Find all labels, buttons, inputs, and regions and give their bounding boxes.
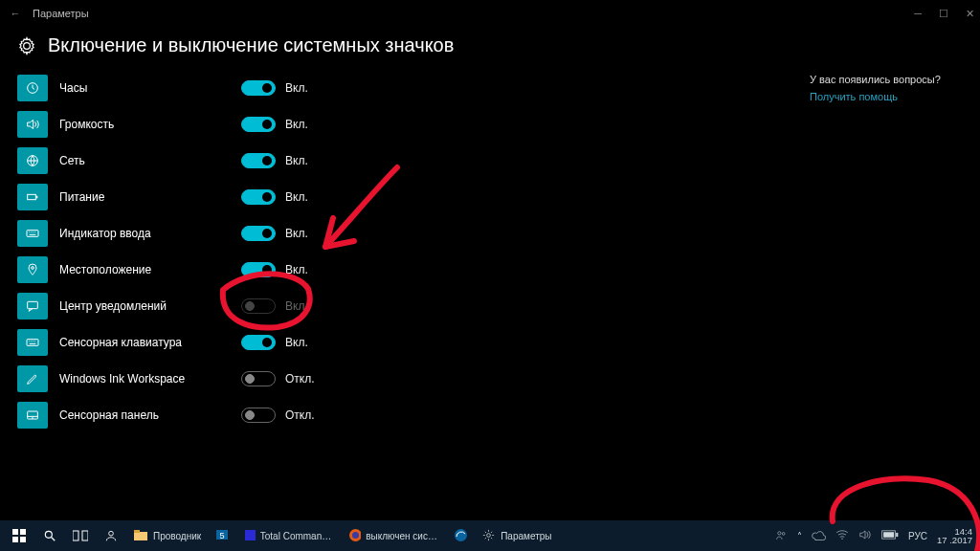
system-tray: ˄ РУС 14:4 17 .2017 xyxy=(775,527,976,545)
setting-row-power: ПитаниеВкл. xyxy=(17,179,810,215)
tray-battery-icon[interactable] xyxy=(881,530,899,541)
gear-icon xyxy=(17,36,36,55)
app-icon xyxy=(481,528,496,544)
toggle-touchkb[interactable] xyxy=(241,335,276,350)
tray-onedrive-icon[interactable] xyxy=(812,530,826,542)
svg-rect-20 xyxy=(134,532,147,540)
toggle-state-label: Вкл. xyxy=(285,227,308,240)
svg-point-19 xyxy=(109,531,114,536)
svg-point-26 xyxy=(352,532,359,539)
globe-icon xyxy=(17,147,48,174)
window-titlebar: ← Параметры ─ ☐ ✕ xyxy=(0,0,980,27)
people-button[interactable] xyxy=(96,520,126,551)
svg-rect-11 xyxy=(12,529,18,535)
toggle-location[interactable] xyxy=(241,262,276,277)
setting-label: Местоположение xyxy=(59,263,241,276)
app-icon xyxy=(133,528,148,543)
toggle-ink[interactable] xyxy=(241,371,276,386)
toggle-input[interactable] xyxy=(241,226,276,241)
pin-icon xyxy=(17,256,48,283)
taskbar-app-settings[interactable]: Параметры xyxy=(475,520,558,551)
setting-row-volume: ГромкостьВкл. xyxy=(17,106,810,143)
help-link[interactable]: Получить помощь xyxy=(810,91,963,102)
setting-label: Индикатор ввода xyxy=(59,227,241,240)
setting-row-clock: ЧасыВкл. xyxy=(17,70,810,106)
toggle-state-label: Откл. xyxy=(285,408,315,422)
app-icon: 5 xyxy=(214,528,230,543)
svg-rect-4 xyxy=(27,231,38,237)
page-title: Включение и выключение системных значков xyxy=(48,34,454,56)
svg-point-15 xyxy=(45,531,52,538)
toggle-volume[interactable] xyxy=(241,117,276,132)
svg-rect-13 xyxy=(12,537,18,542)
toggle-state-label: Откл. xyxy=(285,372,315,386)
maximize-button[interactable]: ☐ xyxy=(939,8,948,20)
setting-label: Сенсорная клавиатура xyxy=(59,336,241,349)
setting-label: Windows Ink Workspace xyxy=(59,372,241,386)
toggle-state-label: Вкл. xyxy=(285,299,308,313)
search-button[interactable] xyxy=(34,520,65,551)
toggle-state-label: Вкл. xyxy=(285,118,308,131)
toggle-power[interactable] xyxy=(241,189,276,205)
help-question: У вас появились вопросы? xyxy=(810,74,963,85)
setting-row-touchpad: Сенсорная панельОткл. xyxy=(17,397,810,433)
setting-label: Сеть xyxy=(59,154,241,167)
pen-icon xyxy=(17,365,48,392)
setting-label: Часы xyxy=(59,81,241,95)
back-button[interactable]: ← xyxy=(6,8,25,19)
taskbar-app-firefox[interactable]: выключен систем... xyxy=(342,520,447,551)
svg-rect-21 xyxy=(134,530,140,533)
settings-list: ЧасыВкл.ГромкостьВкл.СетьВкл.ПитаниеВкл.… xyxy=(17,70,810,433)
window-app-name: Параметры xyxy=(33,8,914,19)
setting-row-network: СетьВкл. xyxy=(17,143,810,179)
app-icon xyxy=(243,528,256,544)
toggle-state-label: Вкл. xyxy=(285,154,308,167)
svg-rect-2 xyxy=(28,194,36,199)
svg-rect-18 xyxy=(82,531,88,540)
taskview-button[interactable] xyxy=(65,520,96,551)
taskbar-app-explorer[interactable]: Проводник xyxy=(126,520,208,551)
toggle-state-label: Вкл. xyxy=(285,336,308,349)
keyboard-icon xyxy=(17,329,48,356)
minimize-button[interactable]: ─ xyxy=(914,8,922,20)
svg-point-31 xyxy=(841,538,842,539)
svg-point-5 xyxy=(32,267,34,270)
taskbar-app-outlook[interactable]: 5 xyxy=(208,520,236,551)
app-label: Параметры xyxy=(501,531,551,541)
setting-label: Питание xyxy=(59,190,241,204)
toggle-action-center xyxy=(241,298,276,314)
svg-point-28 xyxy=(487,533,491,537)
tray-lang[interactable]: РУС xyxy=(908,531,927,541)
close-button[interactable]: ✕ xyxy=(966,8,974,20)
touchpad-icon xyxy=(17,402,48,429)
clock-icon xyxy=(17,75,48,101)
svg-rect-17 xyxy=(73,531,78,540)
tray-date: 17 .2017 xyxy=(937,536,972,545)
toggle-network[interactable] xyxy=(241,153,276,168)
app-label: выключен систем... xyxy=(366,531,440,541)
svg-rect-14 xyxy=(20,537,26,542)
tray-clock[interactable]: 14:4 17 .2017 xyxy=(937,527,972,545)
setting-label: Громкость xyxy=(59,118,241,131)
toggle-clock[interactable] xyxy=(241,80,276,96)
setting-label: Центр уведомлений xyxy=(59,299,241,313)
tray-people-icon[interactable] xyxy=(775,529,788,543)
svg-rect-6 xyxy=(28,301,38,308)
toggle-state-label: Вкл. xyxy=(285,81,308,95)
setting-row-location: МестоположениеВкл. xyxy=(17,252,810,288)
toggle-state-label: Вкл. xyxy=(285,190,308,204)
volume-icon xyxy=(17,111,48,138)
setting-row-ink: Windows Ink WorkspaceОткл. xyxy=(17,361,810,397)
taskbar-app-totalcmd[interactable]: Total Commander (... xyxy=(236,520,342,551)
tray-volume-icon[interactable] xyxy=(858,529,872,542)
toggle-touchpad[interactable] xyxy=(241,408,276,423)
keyboard-icon xyxy=(17,220,48,247)
battery-icon xyxy=(17,184,48,210)
svg-rect-24 xyxy=(245,530,256,540)
taskbar: Проводник5Total Commander (...выключен с… xyxy=(0,520,980,551)
tray-chevron-up-icon[interactable]: ˄ xyxy=(797,531,802,541)
svg-point-29 xyxy=(778,531,781,534)
start-button[interactable] xyxy=(4,520,34,551)
tray-wifi-icon[interactable] xyxy=(835,529,849,542)
taskbar-app-edge[interactable] xyxy=(447,520,475,551)
